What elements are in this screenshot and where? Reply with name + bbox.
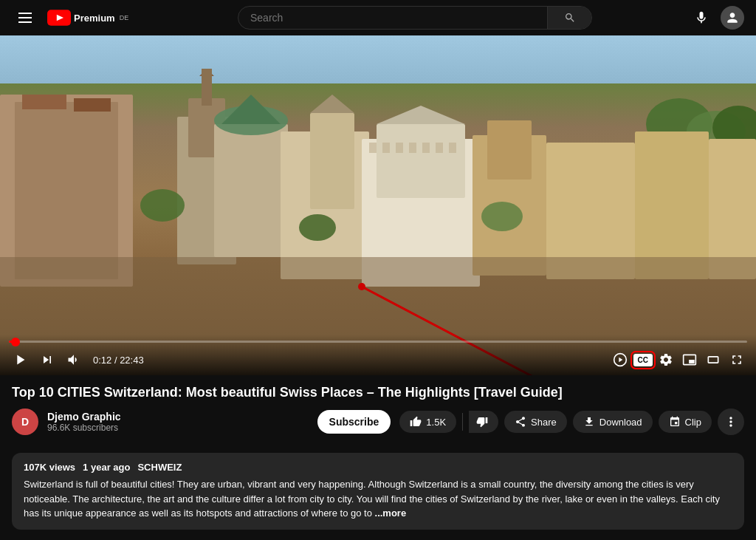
search-input[interactable] — [238, 12, 547, 24]
download-label: Download — [599, 417, 642, 428]
menu-button[interactable] — [12, 4, 38, 31]
thumbs-down-icon — [476, 416, 488, 428]
search-icon — [564, 12, 576, 24]
thumbs-up-icon — [410, 416, 422, 428]
video-controls: 0:12 / 22:43 CC — [0, 335, 756, 375]
time-ago: 1 year ago — [83, 462, 130, 473]
microphone-icon — [694, 10, 709, 25]
svg-rect-14 — [74, 98, 111, 112]
svg-rect-37 — [409, 143, 416, 153]
header-left: PremiumDE — [12, 4, 145, 31]
right-controls: CC — [610, 349, 747, 370]
next-button[interactable] — [37, 349, 58, 370]
svg-point-46 — [358, 283, 365, 290]
volume-icon — [66, 352, 81, 367]
svg-rect-13 — [22, 95, 66, 109]
settings-icon — [659, 352, 673, 367]
volume-button[interactable] — [63, 349, 84, 370]
video-info: Top 10 CITIES Switzerland: Most beautifu… — [0, 375, 756, 444]
subscriber-count: 96.6K subscribers — [47, 423, 309, 433]
video-frame: 0:12 / 22:43 CC — [0, 35, 756, 375]
dislike-button[interactable] — [469, 411, 498, 433]
more-icon — [724, 414, 738, 429]
header: PremiumDE — [0, 0, 756, 35]
more-options-button[interactable] — [718, 409, 744, 435]
description-section: 107K views 1 year ago SCHWEIZ Switzerlan… — [12, 453, 744, 530]
premium-label: Premium — [74, 13, 115, 24]
download-icon — [583, 416, 595, 428]
svg-rect-34 — [369, 143, 377, 153]
share-label: Share — [531, 417, 557, 428]
svg-point-43 — [481, 202, 523, 231]
hamburger-icon — [16, 10, 35, 26]
share-icon — [515, 416, 526, 428]
play-button[interactable] — [9, 349, 31, 371]
settings-button[interactable] — [656, 349, 676, 370]
next-icon — [40, 352, 55, 367]
progress-thumb — [11, 338, 20, 346]
subscribe-button[interactable]: Subscribe — [317, 410, 391, 434]
theater-icon — [706, 352, 721, 367]
svg-rect-36 — [396, 143, 403, 153]
share-button[interactable]: Share — [504, 411, 567, 433]
fullscreen-icon — [729, 352, 744, 367]
description-meta: 107K views 1 year ago SCHWEIZ — [24, 462, 732, 473]
more-link[interactable]: ...more — [375, 507, 407, 519]
svg-rect-35 — [382, 143, 390, 153]
svg-rect-18 — [202, 69, 212, 106]
play-icon — [12, 352, 28, 368]
svg-rect-39 — [436, 143, 443, 153]
miniplayer-icon — [682, 352, 697, 367]
channel-info: Djemo Graphic 96.6K subscribers — [47, 411, 309, 433]
svg-rect-29 — [487, 120, 532, 180]
youtube-logo-icon — [47, 10, 71, 26]
play-circle-button[interactable] — [610, 349, 630, 370]
progress-bar[interactable] — [9, 341, 747, 343]
fullscreen-button[interactable] — [726, 349, 747, 370]
svg-rect-38 — [422, 143, 430, 153]
logo-area[interactable]: PremiumDE — [47, 10, 128, 26]
miniplayer-button[interactable] — [679, 349, 700, 370]
svg-rect-26 — [377, 124, 465, 198]
svg-rect-23 — [310, 113, 354, 209]
time-display: 0:12 / 22:43 — [93, 355, 144, 366]
like-button[interactable]: 1.5K — [399, 411, 456, 433]
view-count: 107K views — [24, 462, 75, 473]
channel-row: D Djemo Graphic 96.6K subscribers Subscr… — [12, 409, 744, 435]
clip-button[interactable]: Clip — [659, 411, 712, 433]
city-scene-svg — [0, 35, 756, 375]
channel-name: Djemo Graphic — [47, 411, 309, 423]
theater-mode-button[interactable] — [703, 349, 724, 370]
svg-rect-40 — [449, 143, 456, 153]
video-player[interactable]: 0:12 / 22:43 CC — [0, 35, 756, 375]
premium-de-label: DE — [120, 14, 129, 21]
video-thumbnail — [0, 35, 756, 375]
action-buttons: 1.5K Share Download Clip — [399, 409, 744, 435]
avatar[interactable] — [721, 6, 744, 30]
clip-icon — [669, 416, 681, 428]
cc-button[interactable]: CC — [633, 354, 653, 366]
svg-rect-19 — [214, 124, 288, 257]
video-title: Top 10 CITIES Switzerland: Most beautifu… — [12, 384, 744, 401]
like-divider — [462, 413, 463, 431]
search-button[interactable] — [547, 6, 591, 30]
controls-row: 0:12 / 22:43 CC — [9, 349, 747, 371]
download-button[interactable]: Download — [573, 411, 653, 433]
svg-point-42 — [299, 214, 336, 241]
svg-rect-12 — [15, 102, 118, 279]
clip-label: Clip — [685, 417, 701, 428]
voice-search-button[interactable] — [688, 4, 715, 31]
user-icon — [725, 10, 740, 25]
header-right — [685, 4, 744, 31]
description-text: Switzerland is full of beautiful cities!… — [24, 477, 732, 521]
tag: SCHWEIZ — [137, 462, 182, 473]
play-circle-icon — [613, 352, 628, 367]
like-count: 1.5K — [426, 417, 446, 428]
channel-avatar[interactable]: D — [12, 409, 38, 435]
header-center — [157, 6, 673, 30]
svg-point-41 — [140, 189, 185, 222]
search-bar — [238, 6, 592, 30]
